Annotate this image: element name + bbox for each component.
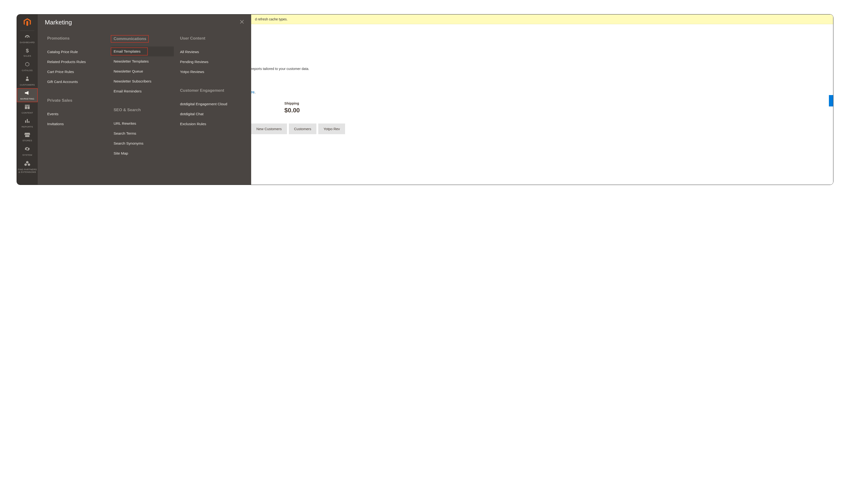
link-events[interactable]: Events <box>45 109 107 119</box>
link-gift-card-accounts[interactable]: Gift Card Accounts <box>45 77 107 87</box>
nav-content[interactable]: CONTENT <box>17 102 38 116</box>
nav-label: CATALOG <box>22 69 33 72</box>
link-all-reviews[interactable]: All Reviews <box>178 47 240 57</box>
layout-icon <box>25 105 30 110</box>
nav-customers[interactable]: CUSTOMERS <box>17 74 38 88</box>
flyout-column-1: Promotions Catalog Price Rule Related Pr… <box>45 35 111 158</box>
bars-icon <box>25 119 30 124</box>
close-icon[interactable] <box>240 20 244 25</box>
link-newsletter-queue[interactable]: Newsletter Queue <box>111 66 174 76</box>
tab-yotpo-reviews[interactable]: Yotpo Rev <box>318 124 345 134</box>
nav-catalog[interactable]: CATALOG <box>17 59 38 74</box>
stat-label: Shipping <box>284 102 833 105</box>
gear-icon <box>25 146 30 152</box>
magento-logo <box>23 18 32 27</box>
stat-shipping: Shipping $0.00 <box>251 94 833 124</box>
link-newsletter-subscribers[interactable]: Newsletter Subscribers <box>111 76 174 86</box>
flyout-column-3: User Content All Reviews Pending Reviews… <box>178 35 244 158</box>
reports-text-fragment: reports tailored to your customer data. <box>251 29 833 71</box>
link-search-terms[interactable]: Search Terms <box>111 128 174 139</box>
nav-label: FIND PARTNERS & EXTENSIONS <box>18 168 37 174</box>
nav-marketing[interactable]: MARKETING <box>17 88 38 102</box>
nav-reports[interactable]: REPORTS <box>17 116 38 130</box>
alert-text-fragment: d refresh cache types. <box>255 17 288 21</box>
section-customer-engagement: Customer Engagement <box>178 87 226 94</box>
link-yotpo-reviews[interactable]: Yotpo Reviews <box>178 67 240 77</box>
dollar-icon: $ <box>26 48 29 53</box>
tab-new-customers[interactable]: New Customers <box>251 124 287 134</box>
section-seo-search: SEO & Search <box>111 107 143 113</box>
section-communications: Communications <box>111 35 149 43</box>
link-site-map[interactable]: Site Map <box>111 148 174 158</box>
stat-value: $0.00 <box>284 107 833 114</box>
link-email-templates[interactable]: Email Templates <box>111 47 174 56</box>
flyout-title: Marketing <box>45 19 72 26</box>
link-cart-price-rules[interactable]: Cart Price Rules <box>45 67 107 77</box>
link-url-rewrites[interactable]: URL Rewrites <box>111 119 174 128</box>
cache-alert: d refresh cache types. <box>251 15 833 24</box>
app-frame: DASHBOARD $ SALES CATALOG CUSTOMERS MARK… <box>17 14 833 185</box>
admin-sidebar: DASHBOARD $ SALES CATALOG CUSTOMERS MARK… <box>17 15 38 185</box>
link-invitations[interactable]: Invitations <box>45 119 107 129</box>
section-private-sales: Private Sales <box>45 97 74 104</box>
nav-label: SALES <box>23 55 31 57</box>
box-icon <box>25 61 30 68</box>
nav-label: STORES <box>22 139 32 142</box>
person-icon <box>25 76 30 82</box>
cubes-icon <box>24 161 30 167</box>
nav-label: SYSTEM <box>22 154 32 157</box>
nav-system[interactable]: SYSTEM <box>17 144 38 158</box>
gauge-icon <box>24 35 30 40</box>
storefront-icon <box>24 132 30 138</box>
nav-label: MARKETING <box>20 98 34 100</box>
learn-more-link[interactable]: re <box>251 90 254 94</box>
link-exclusion-rules[interactable]: Exclusion Rules <box>178 119 240 129</box>
link-dotdigital-cloud[interactable]: dotdigital Engagement Cloud <box>178 99 240 109</box>
nav-label: DASHBOARD <box>20 41 35 44</box>
flyout-column-2: Communications Email Templates Newslette… <box>111 35 178 158</box>
nav-label: CONTENT <box>22 112 33 114</box>
divider <box>20 31 34 31</box>
nav-label: REPORTS <box>22 126 33 128</box>
section-promotions: Promotions <box>45 35 71 42</box>
nav-sales[interactable]: $ SALES <box>17 46 38 59</box>
content-area: d refresh cache types. reports tailored … <box>251 15 833 185</box>
link-newsletter-templates[interactable]: Newsletter Templates <box>111 56 174 66</box>
link-pending-reviews[interactable]: Pending Reviews <box>178 57 240 67</box>
megaphone-icon <box>24 91 30 96</box>
nav-label: CUSTOMERS <box>20 84 35 86</box>
link-catalog-price-rule[interactable]: Catalog Price Rule <box>45 47 107 57</box>
learn-more-row: re. <box>251 71 833 94</box>
section-user-content: User Content <box>178 35 207 42</box>
link-search-synonyms[interactable]: Search Synonyms <box>111 139 174 148</box>
tabs-row: New Customers Customers Yotpo Rev <box>251 124 833 134</box>
link-email-reminders[interactable]: Email Reminders <box>111 86 174 96</box>
nav-dashboard[interactable]: DASHBOARD <box>17 32 38 46</box>
learn-more-suffix: . <box>254 90 255 94</box>
nav-stores[interactable]: STORES <box>17 130 38 144</box>
marketing-flyout: Marketing Promotions Catalog Price Rule … <box>38 15 251 185</box>
nav-partners[interactable]: FIND PARTNERS & EXTENSIONS <box>17 158 38 176</box>
link-dotdigital-chat[interactable]: dotdigital Chat <box>178 109 240 119</box>
link-related-products-rules[interactable]: Related Products Rules <box>45 57 107 67</box>
tab-customers[interactable]: Customers <box>289 124 317 134</box>
blue-accent <box>829 95 833 106</box>
